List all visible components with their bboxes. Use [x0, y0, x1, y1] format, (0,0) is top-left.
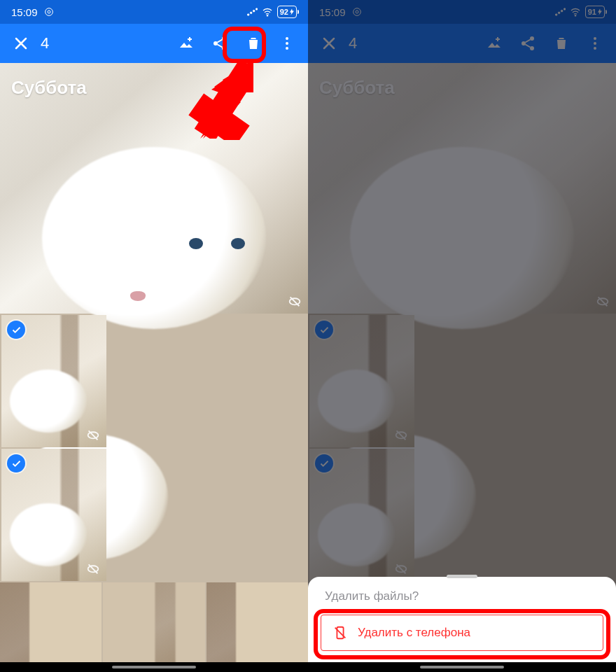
- svg-point-10: [286, 37, 288, 40]
- svg-point-27: [555, 14, 557, 16]
- sheet-prompt: Удалить файлы?: [325, 589, 599, 603]
- system-nav-bar: [308, 662, 616, 672]
- svg-point-37: [594, 47, 596, 50]
- battery-level: 91: [588, 8, 596, 16]
- share-button[interactable]: [203, 27, 237, 60]
- svg-point-4: [253, 10, 255, 12]
- svg-point-28: [558, 12, 560, 14]
- not-synced-icon: [287, 293, 302, 308]
- battery-level: 92: [280, 8, 288, 16]
- wifi-icon: [570, 6, 581, 18]
- status-time: 15:09: [319, 6, 346, 18]
- assistant-icon: [43, 6, 55, 18]
- svg-point-2: [247, 14, 249, 16]
- assistant-icon: [351, 6, 363, 18]
- share-button[interactable]: [511, 27, 545, 60]
- svg-point-34: [530, 46, 534, 50]
- battery-indicator: 91: [585, 6, 605, 18]
- signal-dot-icon: [554, 6, 566, 18]
- svg-point-33: [522, 41, 526, 46]
- hero-photo[interactable]: Суббота: [0, 63, 308, 314]
- svg-point-7: [222, 36, 226, 41]
- date-heading: Суббота: [11, 77, 87, 99]
- svg-point-30: [564, 8, 566, 10]
- svg-point-8: [214, 41, 218, 46]
- svg-point-9: [222, 46, 226, 50]
- not-synced-icon: [85, 426, 101, 442]
- delete-from-phone-label: Удалить с телефона: [358, 626, 470, 640]
- not-synced-icon: [85, 560, 101, 575]
- add-to-button[interactable]: [477, 27, 511, 60]
- photo-thumb[interactable]: [0, 582, 102, 672]
- status-time: 15:09: [11, 6, 38, 18]
- svg-point-1: [48, 10, 50, 13]
- svg-point-31: [575, 15, 576, 16]
- photo-thumb[interactable]: [103, 582, 204, 672]
- phone-screenshot-right: 15:09 91 4 Суббота: [308, 0, 616, 672]
- home-indicator[interactable]: [420, 666, 504, 668]
- svg-point-3: [250, 12, 252, 14]
- delete-bottom-sheet: Удалить файлы? Удалить с телефона: [308, 577, 616, 672]
- gallery-content[interactable]: Суббота: [0, 63, 308, 672]
- photo-thumb[interactable]: [206, 582, 308, 672]
- more-menu-button[interactable]: [270, 27, 304, 60]
- photo-thumb[interactable]: [1, 315, 106, 447]
- svg-point-36: [594, 42, 596, 45]
- svg-point-29: [561, 10, 563, 12]
- svg-point-32: [530, 36, 534, 41]
- svg-point-6: [267, 15, 268, 16]
- delete-button[interactable]: [237, 27, 270, 60]
- home-indicator[interactable]: [112, 666, 196, 668]
- svg-point-25: [353, 8, 360, 16]
- selection-toolbar: 4: [308, 24, 616, 63]
- phone-delete-icon: [332, 625, 348, 640]
- sheet-drag-handle[interactable]: [447, 575, 477, 578]
- selection-count: 4: [349, 34, 477, 52]
- selection-check-icon[interactable]: [7, 454, 25, 472]
- svg-point-0: [45, 8, 52, 16]
- system-nav-bar: [0, 662, 308, 672]
- wifi-icon: [262, 6, 273, 18]
- status-bar: 15:09 92: [0, 0, 308, 24]
- delete-from-phone-button[interactable]: Удалить с телефона: [321, 615, 603, 651]
- selection-check-icon[interactable]: [7, 321, 25, 339]
- photo-thumb[interactable]: [1, 449, 106, 581]
- battery-indicator: 92: [277, 6, 297, 18]
- delete-button[interactable]: [545, 27, 578, 60]
- add-to-button[interactable]: [169, 27, 203, 60]
- close-selection-button[interactable]: [4, 27, 38, 60]
- selection-count: 4: [41, 34, 169, 52]
- svg-point-35: [594, 37, 596, 40]
- svg-point-12: [286, 47, 288, 50]
- selection-toolbar: 4: [0, 24, 308, 63]
- svg-point-5: [255, 8, 258, 10]
- svg-point-26: [356, 10, 358, 13]
- modal-scrim[interactable]: [308, 0, 616, 672]
- signal-dot-icon: [246, 6, 258, 18]
- close-selection-button[interactable]: [312, 27, 346, 60]
- phone-screenshot-left: 15:09 92 4: [0, 0, 308, 672]
- status-bar: 15:09 91: [308, 0, 616, 24]
- svg-point-11: [286, 42, 288, 45]
- more-menu-button[interactable]: [578, 27, 612, 60]
